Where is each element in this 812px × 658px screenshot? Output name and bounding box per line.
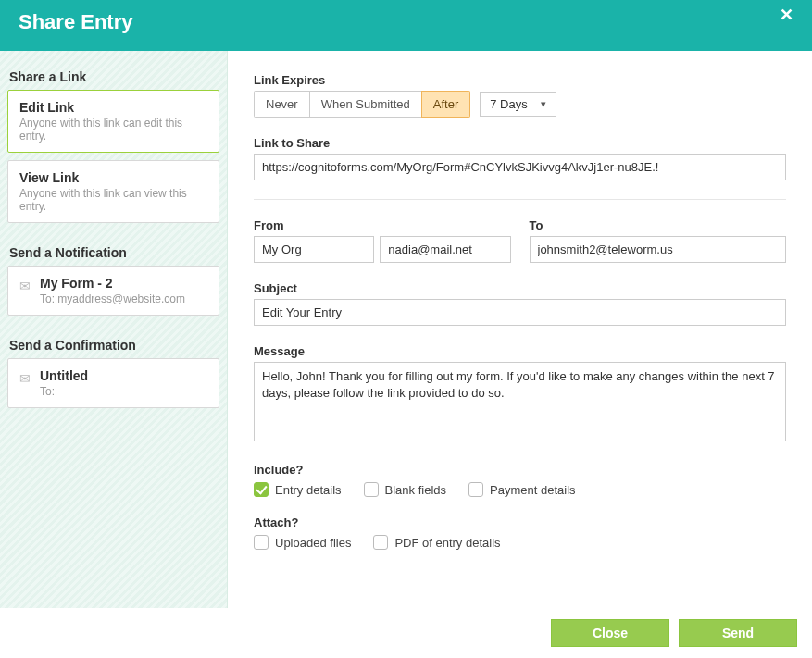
send-notification-heading: Send a Notification: [9, 245, 219, 260]
share-link-heading: Share a Link: [9, 69, 219, 84]
card-subtitle: To: myaddress@website.com: [40, 292, 185, 305]
expiry-segmented-control: Never When Submitted After: [254, 91, 470, 118]
expiry-after-button[interactable]: After: [421, 91, 470, 118]
include-row: Include? Entry details Blank fields Paym…: [254, 463, 786, 497]
envelope-icon: ✉: [19, 279, 31, 293]
subject-label: Subject: [254, 281, 786, 295]
card-title: Untitled: [40, 368, 88, 383]
link-share-label: Link to Share: [254, 136, 786, 150]
chevron-down-icon: ▾: [541, 98, 546, 110]
attach-row: Attach? Uploaded files PDF of entry deta…: [254, 515, 786, 550]
message-row: Message: [254, 344, 786, 444]
main-panel: Link Expires Never When Submitted After …: [228, 51, 812, 608]
card-subtitle: Anyone with this link can view this entr…: [19, 187, 207, 213]
sidebar-item-confirmation[interactable]: ✉ Untitled To:: [7, 358, 219, 408]
send-confirmation-heading: Send a Confirmation: [9, 338, 219, 353]
expiry-when-submitted-button[interactable]: When Submitted: [309, 91, 422, 118]
modal-title: Share Entry: [19, 10, 133, 34]
checkbox-label: Blank fields: [385, 483, 446, 497]
sidebar-item-view-link[interactable]: View Link Anyone with this link can view…: [7, 160, 219, 223]
expiry-duration-select[interactable]: 7 Days ▾: [480, 92, 556, 117]
share-entry-modal: Share Entry ✕ Share a Link Edit Link Any…: [0, 0, 812, 658]
to-input[interactable]: [530, 236, 787, 263]
checkbox-icon: [254, 535, 269, 550]
expiry-duration-value: 7 Days: [490, 97, 527, 111]
checkbox-label: Payment details: [490, 483, 576, 497]
message-label: Message: [254, 344, 786, 358]
subject-row: Subject: [254, 281, 786, 326]
close-button[interactable]: Close: [551, 619, 669, 647]
attach-uploaded-files-checkbox[interactable]: Uploaded files: [254, 535, 351, 550]
link-expires-label: Link Expires: [254, 73, 786, 87]
divider: [254, 199, 786, 200]
close-icon[interactable]: ✕: [780, 5, 793, 25]
subject-input[interactable]: [254, 299, 786, 326]
link-share-row: Link to Share: [254, 136, 786, 180]
include-blank-fields-checkbox[interactable]: Blank fields: [364, 482, 446, 497]
card-subtitle: Anyone with this link can edit this entr…: [19, 117, 207, 143]
checkbox-icon: [373, 535, 388, 550]
link-expires-row: Link Expires Never When Submitted After …: [254, 73, 786, 118]
from-to-row: From To: [254, 218, 786, 263]
checkbox-label: Entry details: [275, 483, 342, 497]
expiry-never-button[interactable]: Never: [254, 91, 310, 118]
link-share-input[interactable]: [254, 154, 786, 180]
modal-header: Share Entry ✕: [0, 0, 812, 51]
envelope-icon: ✉: [19, 371, 31, 386]
include-label: Include?: [254, 463, 786, 477]
card-title: My Form - 2: [40, 276, 185, 291]
checkbox-label: Uploaded files: [275, 536, 351, 550]
from-org-input[interactable]: [254, 236, 374, 263]
modal-footer: Close Send: [0, 608, 812, 658]
card-title: View Link: [19, 170, 207, 185]
include-payment-details-checkbox[interactable]: Payment details: [468, 482, 576, 497]
checkbox-icon: [468, 482, 483, 497]
sidebar-item-edit-link[interactable]: Edit Link Anyone with this link can edit…: [7, 90, 219, 153]
sidebar: Share a Link Edit Link Anyone with this …: [0, 51, 228, 608]
send-button[interactable]: Send: [679, 619, 797, 647]
attach-label: Attach?: [254, 515, 786, 529]
checkbox-icon: [364, 482, 379, 497]
modal-body: Share a Link Edit Link Anyone with this …: [0, 51, 812, 608]
from-email-input[interactable]: [380, 236, 510, 263]
include-entry-details-checkbox[interactable]: Entry details: [254, 482, 342, 497]
checkbox-icon: [254, 482, 269, 497]
attach-pdf-checkbox[interactable]: PDF of entry details: [373, 535, 500, 550]
sidebar-item-notification[interactable]: ✉ My Form - 2 To: myaddress@website.com: [7, 266, 219, 316]
card-subtitle: To:: [40, 385, 88, 398]
from-label: From: [254, 218, 511, 232]
message-textarea[interactable]: [254, 362, 786, 441]
card-title: Edit Link: [19, 100, 207, 115]
checkbox-label: PDF of entry details: [394, 536, 500, 550]
to-label: To: [530, 218, 787, 232]
